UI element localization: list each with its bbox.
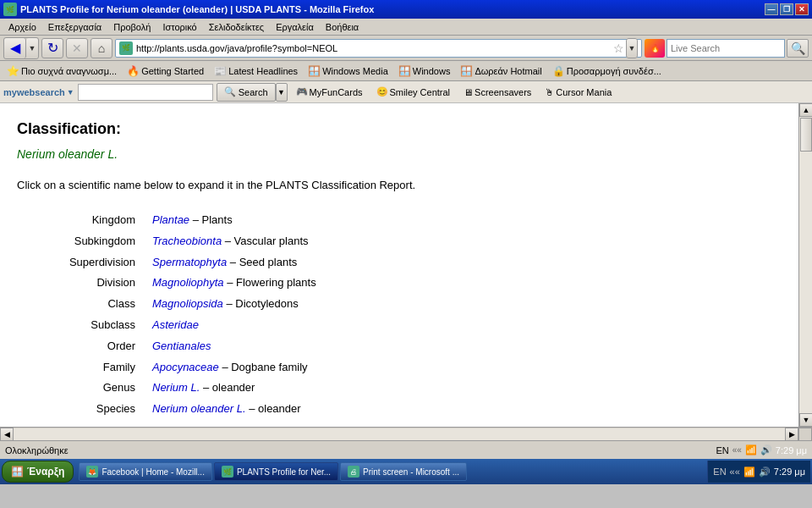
class-link[interactable]: Asteridae [152, 318, 199, 331]
class-link[interactable]: Nerium oleander L. [152, 402, 246, 415]
menu-history[interactable]: Ιστορικό [157, 21, 201, 33]
toolbar-search-input[interactable] [78, 84, 213, 101]
status-right: EN «« 📶 🔊 7:29 μμ [716, 444, 807, 456]
class-value: Nerium oleander L. – oleander [152, 400, 301, 418]
taskbar-item-print[interactable]: 🖨 Print screen - Microsoft ... [340, 462, 467, 481]
refresh-button[interactable]: ↻ [41, 38, 63, 58]
class-link[interactable]: Gentianales [152, 340, 211, 352]
taskbar-item-facebook[interactable]: 🦊 Facebook | Home - Mozill... [79, 462, 212, 481]
class-value: Magnoliophyta – Flowering plants [152, 274, 316, 292]
table-row: FamilyApocynaceae – Dogbane family [17, 359, 782, 377]
smiley-icon: 😊 [376, 86, 388, 97]
start-button[interactable]: 🪟 Έναρξη [2, 461, 74, 483]
class-label: Genus [17, 379, 152, 397]
mywebsearch-label[interactable]: mywebsearch ▼ [3, 87, 74, 97]
search-button[interactable]: 🔍 Search [217, 83, 276, 102]
taskbar-clock: 7:29 μμ [774, 467, 805, 477]
lang-indicator: EN [713, 467, 726, 477]
toolbar-myfuncards[interactable]: 🎮 MyFunCards [291, 85, 368, 99]
bookmark-windows[interactable]: 🪟 Windows [395, 64, 454, 78]
class-link[interactable]: Plantae [152, 213, 189, 226]
mywebsearch-dropdown-icon: ▼ [67, 88, 74, 97]
status-text: Ολοκληρώθηκε [5, 445, 716, 456]
toolbar-screensavers[interactable]: 🖥 Screensavers [458, 86, 536, 99]
scroll-track-h [14, 428, 785, 440]
status-bar: Ολοκληρώθηκε EN «« 📶 🔊 7:29 μμ [0, 440, 812, 459]
star-button[interactable]: ☆ [613, 41, 624, 55]
address-bar[interactable]: 🌿 http://plants.usda.gov/java/profile?sy… [115, 39, 642, 58]
class-link[interactable]: Tracheobionta [152, 235, 222, 247]
content-area: Classification: Nerium oleander L. Click… [0, 103, 798, 427]
table-row: DivisionMagnoliophyta – Flowering plants [17, 274, 782, 292]
tray-icon-2: 🔊 [759, 467, 771, 478]
scroll-up-button[interactable]: ▲ [799, 103, 812, 117]
title-bar-buttons: — ❐ ✕ [765, 3, 809, 15]
address-text: http://plants.usda.gov/java/profile?symb… [136, 43, 613, 53]
taskbar: 🪟 Έναρξη 🦊 Facebook | Home - Mozill... 🌿… [0, 459, 812, 484]
taskbar-item-plants[interactable]: 🌿 PLANTS Profile for Ner... [214, 462, 338, 481]
back-forward-group: ◀ ▼ [3, 37, 39, 59]
search-btn-group: 🔍 Search ▼ [217, 83, 288, 102]
toolbar-cursor-mania[interactable]: 🖱 Cursor Mania [540, 86, 617, 99]
clock: 7:29 μμ [776, 445, 807, 456]
class-value: Gentianales [152, 338, 211, 356]
star-icon: ⭐ [7, 65, 19, 77]
scientific-name[interactable]: Nerium oleander L. [17, 145, 782, 163]
classification-title: Classification: [17, 117, 782, 141]
screensavers-icon: 🖥 [464, 87, 473, 97]
bookmark-windows-media[interactable]: 🪟 Windows Media [304, 64, 392, 78]
address-nav-group: ▼ [626, 38, 638, 58]
scroll-track [799, 117, 812, 413]
taskbar-systray: EN «« 📶 🔊 7:29 μμ [707, 461, 810, 483]
class-link[interactable]: Magnoliopsida [152, 297, 223, 310]
table-row: KingdomPlantae – Plants [17, 212, 782, 229]
class-link[interactable]: Apocynaceae [152, 361, 219, 373]
bookmark-headlines[interactable]: 📰 Latest Headlines [211, 64, 301, 78]
menu-tools[interactable]: Εργαλεία [271, 21, 319, 33]
back-button[interactable]: ◀ [4, 38, 26, 58]
bookmark-frequent[interactable]: ⭐ Πιο συχνά αναγνωσμ... [3, 64, 120, 78]
scroll-down-button[interactable]: ▼ [799, 413, 812, 427]
class-value: Apocynaceae – Dogbane family [152, 359, 308, 377]
table-row: GenusNerium L. – oleander [17, 379, 782, 397]
vertical-scrollbar[interactable]: ▲ ▼ [798, 103, 812, 427]
class-link[interactable]: Nerium L. [152, 381, 200, 394]
minimize-button[interactable]: — [765, 3, 778, 15]
live-search-input[interactable] [667, 39, 785, 58]
close-button[interactable]: ✕ [795, 3, 809, 15]
title-bar: 🌿 PLANTS Profile for Nerium oleander (ol… [0, 0, 812, 19]
volume-icon: 🔊 [760, 444, 772, 456]
scroll-thumb[interactable] [800, 118, 812, 152]
table-row: SuperdivisionSpermatophyta – Seed plants [17, 254, 782, 272]
scroll-left-button[interactable]: ◀ [0, 428, 14, 441]
lock-icon: 🔒 [552, 65, 565, 77]
bookmark-customize[interactable]: 🔒 Προσαρμογή συνδέσ... [549, 64, 665, 78]
bookmark-getting-started[interactable]: 🔥 Getting Started [123, 64, 207, 78]
home-button[interactable]: ⌂ [91, 38, 112, 58]
class-link[interactable]: Spermatophyta [152, 256, 227, 268]
menu-bookmarks[interactable]: Σελιδοδείκτες [204, 21, 269, 33]
restore-button[interactable]: ❐ [780, 3, 793, 15]
search-dropdown-button[interactable]: ▼ [276, 83, 288, 102]
scroll-right-button[interactable]: ▶ [785, 428, 798, 441]
menu-edit[interactable]: Επεξεργασία [43, 21, 107, 33]
toolbar-smiley-central[interactable]: 😊 Smiley Central [371, 85, 456, 99]
browser-content: Classification: Nerium oleander L. Click… [0, 103, 812, 427]
window-title: PLANTS Profile for Nerium oleander (olea… [20, 4, 374, 14]
address-actions: ☆ ▼ [613, 38, 638, 58]
back-dropdown-button[interactable]: ▼ [26, 38, 38, 58]
page-icon: 🌿 [119, 41, 133, 55]
menu-file[interactable]: Αρχείο [3, 21, 41, 33]
class-link[interactable]: Magnoliophyta [152, 276, 224, 289]
live-search-button[interactable]: 🔍 [787, 39, 809, 58]
table-row: SubclassAsteridae [17, 317, 782, 334]
stop-button[interactable]: ✕ [66, 38, 88, 58]
class-label: Division [17, 274, 152, 292]
address-dropdown[interactable]: ▼ [626, 38, 638, 58]
menu-help[interactable]: Βοήθεια [321, 21, 364, 33]
scroll-corner [798, 428, 812, 441]
bookmark-hotmail[interactable]: 🪟 Δωρεάν Hotmail [457, 64, 545, 78]
class-value: Magnoliopsida – Dicotyledons [152, 295, 299, 313]
menu-view[interactable]: Προβολή [108, 21, 156, 33]
description-text: Click on a scientific name below to expa… [17, 177, 782, 195]
